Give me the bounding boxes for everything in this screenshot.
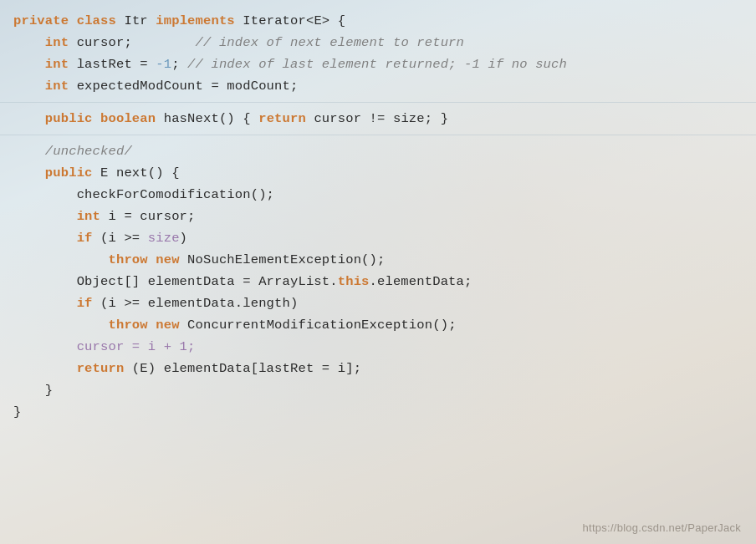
code-line-11: throw new NoSuchElementException(); bbox=[0, 249, 756, 271]
keyword-throw-1: throw bbox=[108, 252, 147, 267]
divider-1 bbox=[0, 102, 756, 103]
code-line-8: checkForComodification(); bbox=[0, 184, 756, 206]
keyword-new-2: new bbox=[156, 318, 179, 333]
code-line-1: private class Itr implements Iterator<E>… bbox=[0, 10, 756, 32]
code-line-17: } bbox=[0, 379, 756, 401]
keyword-new-1: new bbox=[156, 252, 179, 267]
keyword-if-1: if bbox=[77, 231, 93, 246]
code-line-3: int lastRet = -1; // index of last eleme… bbox=[0, 53, 756, 75]
keyword-this: this bbox=[338, 274, 370, 289]
divider-2 bbox=[0, 135, 756, 135]
keyword-int-3: int bbox=[45, 79, 69, 94]
watermark: https://blog.csdn.net/PaperJack bbox=[583, 521, 741, 534]
code-line-6: /unchecked/ bbox=[0, 140, 756, 162]
keyword-boolean: boolean bbox=[100, 111, 156, 126]
code-line-10: if (i >= size) bbox=[0, 227, 756, 249]
code-line-12: Object[] elementData = ArrayList.this.el… bbox=[0, 271, 756, 292]
keyword-public-2: public bbox=[45, 165, 93, 180]
code-line-9: int i = cursor; bbox=[0, 206, 756, 227]
keyword-public-1: public bbox=[45, 111, 93, 126]
keyword-implements: implements bbox=[156, 13, 235, 28]
code-line-5: public boolean hasNext() { return cursor… bbox=[0, 108, 756, 130]
keyword-int-1: int bbox=[45, 35, 69, 50]
keyword-throw-2: throw bbox=[108, 318, 147, 333]
keyword-int-4: int bbox=[77, 209, 100, 224]
keyword-if-2: if bbox=[77, 296, 93, 311]
code-line-4: int expectedModCount = modCount; bbox=[0, 75, 756, 97]
code-container: private class Itr implements Iterator<E>… bbox=[0, 0, 756, 544]
code-line-7: public E next() { bbox=[0, 162, 756, 184]
code-line-16: return (E) elementData[lastRet = i]; bbox=[0, 358, 756, 379]
keyword-private: private bbox=[13, 13, 69, 28]
code-line-13: if (i >= elementData.length) bbox=[0, 292, 756, 314]
code-line-14: throw new ConcurrentModificationExceptio… bbox=[0, 314, 756, 336]
keyword-return-1: return bbox=[258, 111, 306, 126]
keyword-class: class bbox=[77, 13, 116, 28]
keyword-return-2: return bbox=[77, 361, 125, 376]
code-line-2: int cursor; // index of next element to … bbox=[0, 32, 756, 53]
keyword-int-2: int bbox=[45, 57, 69, 72]
code-line-18: } bbox=[0, 401, 756, 423]
code-line-15: cursor = i + 1; bbox=[0, 336, 756, 358]
